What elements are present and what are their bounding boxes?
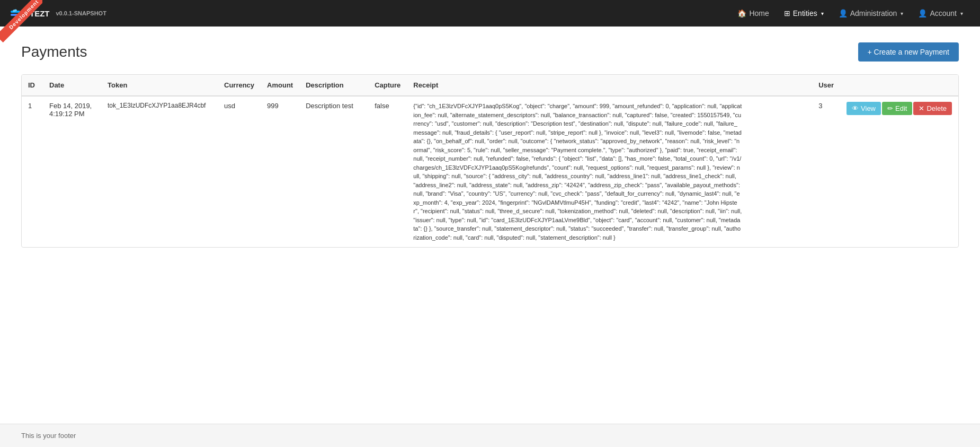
brand-name: TEZT xyxy=(30,9,50,18)
cell-receipt: {"id": "ch_1E3lzVDFcXJYP1aaq0pS5Kog", "o… xyxy=(407,96,812,247)
col-header-token: Token xyxy=(101,75,218,96)
eye-icon: 👁 xyxy=(852,104,859,112)
col-header-user: User xyxy=(812,75,840,96)
nav-administration-button[interactable]: 👤 Administration ▾ xyxy=(832,5,910,22)
page-header: Payments + Create a new Payment xyxy=(21,42,959,62)
pencil-icon: ✏ xyxy=(887,104,893,112)
col-header-currency: Currency xyxy=(218,75,261,96)
table-body: 1 Feb 14, 2019, 4:19:12 PM tok_1E3lzUDFc… xyxy=(22,96,958,247)
home-icon: 🏠 xyxy=(737,9,746,17)
col-header-description: Description xyxy=(299,75,368,96)
payments-table: ID Date Token Currency Amount Descriptio… xyxy=(22,75,958,247)
cell-token: tok_1E3lzUDFcXJYP1aa8EJR4cbf xyxy=(101,96,218,247)
footer-text: This is your footer xyxy=(21,432,76,440)
footer: This is your footer xyxy=(0,424,980,447)
account-chevron-icon: ▾ xyxy=(960,11,963,16)
brand-icon xyxy=(11,8,25,18)
table-header-row: ID Date Token Currency Amount Descriptio… xyxy=(22,75,958,96)
main-content: Payments + Create a new Payment ID Date … xyxy=(0,27,980,424)
edit-button[interactable]: ✏ Edit xyxy=(882,102,912,115)
nav-links: 🏠 Home ⊞ Entities ▾ 👤 Administration ▾ 👤… xyxy=(731,5,969,22)
payments-table-container: ID Date Token Currency Amount Descriptio… xyxy=(21,74,959,248)
cell-user: 3 xyxy=(812,96,840,247)
cell-id: 1 xyxy=(22,96,43,247)
cell-description: Description test xyxy=(299,96,368,247)
page-title: Payments xyxy=(21,43,87,60)
col-header-actions xyxy=(840,75,958,96)
cell-actions: 👁 View ✏ Edit ✕ Delete xyxy=(840,96,958,247)
entities-chevron-icon: ▾ xyxy=(821,11,824,16)
nav-account-button[interactable]: 👤 Account ▾ xyxy=(912,5,969,22)
delete-button[interactable]: ✕ Delete xyxy=(913,102,952,115)
app-version: v0.0.1-SNAPSHOT xyxy=(56,10,106,16)
cell-currency: usd xyxy=(218,96,261,247)
col-header-receipt: Receipt xyxy=(407,75,812,96)
cell-capture: false xyxy=(368,96,407,247)
account-icon: 👤 xyxy=(918,9,927,17)
brand-link[interactable]: TEZT v0.0.1-SNAPSHOT xyxy=(11,8,106,18)
user-cog-icon: 👤 xyxy=(839,9,848,17)
svg-rect-1 xyxy=(11,14,18,16)
create-payment-button[interactable]: + Create a new Payment xyxy=(858,42,959,62)
administration-chevron-icon: ▾ xyxy=(901,11,903,16)
table-row: 1 Feb 14, 2019, 4:19:12 PM tok_1E3lzUDFc… xyxy=(22,96,958,247)
nav-entities-dropdown: ⊞ Entities ▾ xyxy=(778,5,830,22)
nav-administration-dropdown: 👤 Administration ▾ xyxy=(832,5,910,22)
times-icon: ✕ xyxy=(919,104,924,112)
col-header-id: ID xyxy=(22,75,43,96)
nav-home[interactable]: 🏠 Home xyxy=(731,5,775,22)
navbar: TEZT v0.0.1-SNAPSHOT 🏠 Home ⊞ Entities ▾… xyxy=(0,0,980,27)
col-header-capture: Capture xyxy=(368,75,407,96)
nav-account-dropdown: 👤 Account ▾ xyxy=(912,5,969,22)
nav-entities-button[interactable]: ⊞ Entities ▾ xyxy=(778,5,830,22)
cell-amount: 999 xyxy=(261,96,299,247)
cell-date: Feb 14, 2019, 4:19:12 PM xyxy=(43,96,101,247)
col-header-date: Date xyxy=(43,75,101,96)
view-button[interactable]: 👁 View xyxy=(847,102,881,115)
grid-icon: ⊞ xyxy=(784,9,790,17)
col-header-amount: Amount xyxy=(261,75,299,96)
